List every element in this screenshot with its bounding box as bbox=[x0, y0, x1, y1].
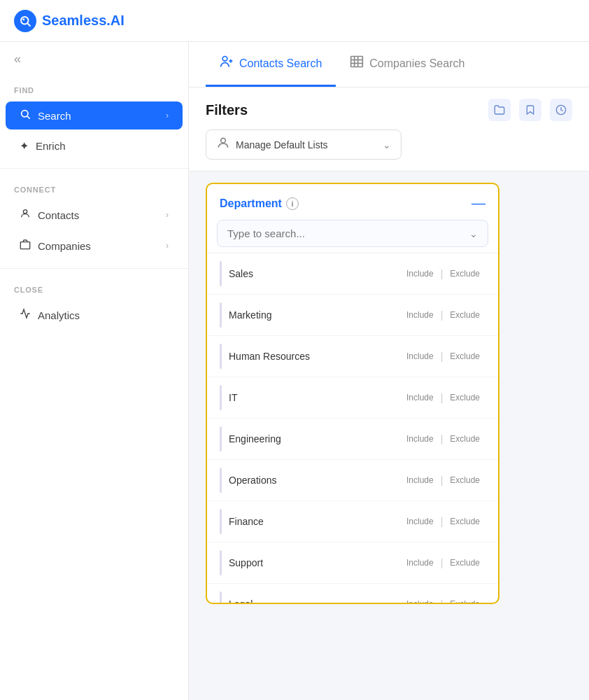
dept-include-button[interactable]: Include bbox=[401, 514, 439, 528]
manage-default-button[interactable]: Manage Default Lists ⌄ bbox=[206, 130, 402, 160]
manage-chevron-icon: ⌄ bbox=[383, 139, 391, 150]
dept-row: Operations Include | Exclude bbox=[207, 460, 498, 501]
tab-contacts[interactable]: Contacts Search bbox=[206, 42, 336, 87]
dept-exclude-button[interactable]: Exclude bbox=[444, 267, 485, 281]
logo-text: Seamless.AI bbox=[42, 13, 125, 29]
department-list: Sales Include | Exclude Marketing Includ… bbox=[207, 253, 498, 603]
sidebar: « FIND Search › ✦ Enrich CONNECT bbox=[0, 42, 189, 700]
filter-bookmark-button[interactable] bbox=[519, 99, 541, 121]
sidebar-item-companies[interactable]: Companies › bbox=[6, 232, 183, 260]
contacts-chevron-icon: › bbox=[166, 210, 169, 220]
dept-left-bar bbox=[220, 468, 222, 493]
dept-include-button[interactable]: Include bbox=[401, 432, 439, 446]
contacts-tab-label: Contacts Search bbox=[239, 57, 322, 70]
sidebar-item-search[interactable]: Search › bbox=[6, 102, 183, 130]
dept-include-button[interactable]: Include bbox=[401, 308, 439, 322]
dept-include-button[interactable]: Include bbox=[401, 349, 439, 363]
dept-divider: | bbox=[439, 516, 445, 527]
dept-row: Sales Include | Exclude bbox=[207, 253, 498, 295]
sidebar-item-enrich[interactable]: ✦ Enrich bbox=[6, 132, 183, 160]
companies-label: Companies bbox=[38, 240, 91, 252]
dept-name: IT bbox=[229, 392, 401, 403]
contacts-icon bbox=[20, 208, 31, 222]
dept-exclude-button[interactable]: Exclude bbox=[444, 432, 485, 446]
dept-divider: | bbox=[439, 598, 445, 603]
svg-line-4 bbox=[27, 116, 30, 119]
dept-actions: Include | Exclude bbox=[401, 556, 485, 570]
manage-default-label: Manage Default Lists bbox=[236, 139, 328, 150]
logo-icon bbox=[14, 10, 36, 32]
dept-include-button[interactable]: Include bbox=[401, 391, 439, 405]
analytics-icon bbox=[20, 308, 31, 322]
dept-include-button[interactable]: Include bbox=[401, 556, 439, 570]
dept-divider: | bbox=[439, 351, 445, 362]
dept-divider: | bbox=[439, 475, 445, 486]
svg-rect-8 bbox=[351, 57, 363, 67]
filter-icons bbox=[488, 99, 572, 121]
tabs-bar: Contacts Search Companies Search bbox=[189, 42, 589, 88]
dept-exclude-button[interactable]: Exclude bbox=[444, 556, 485, 570]
enrich-icon: ✦ bbox=[20, 139, 29, 153]
department-title-label: Department bbox=[220, 197, 282, 210]
dept-left-bar bbox=[220, 509, 222, 534]
department-header: Department i — bbox=[207, 184, 498, 220]
svg-point-5 bbox=[23, 210, 27, 214]
manage-default-icon bbox=[216, 136, 230, 153]
dept-actions: Include | Exclude bbox=[401, 308, 485, 322]
contacts-label: Contacts bbox=[38, 209, 79, 221]
dept-include-button[interactable]: Include bbox=[401, 473, 439, 487]
enrich-label: Enrich bbox=[36, 140, 66, 152]
dept-name: Finance bbox=[229, 516, 401, 527]
department-collapse-button[interactable]: — bbox=[471, 195, 485, 211]
department-panel: Department i — ⌄ Sales Include bbox=[206, 183, 499, 604]
companies-tab-icon bbox=[350, 55, 364, 72]
dept-actions: Include | Exclude bbox=[401, 432, 485, 446]
filter-clock-button[interactable] bbox=[550, 99, 572, 121]
dept-divider: | bbox=[439, 557, 445, 568]
dept-divider: | bbox=[439, 392, 445, 403]
svg-rect-6 bbox=[20, 242, 29, 249]
dept-exclude-button[interactable]: Exclude bbox=[444, 308, 485, 322]
dept-row: Support Include | Exclude bbox=[207, 542, 498, 584]
dept-row: Human Resources Include | Exclude bbox=[207, 336, 498, 377]
sidebar-collapse-button[interactable]: « bbox=[0, 42, 188, 76]
department-search-dropdown[interactable]: ⌄ bbox=[217, 220, 488, 247]
dept-name: Engineering bbox=[229, 433, 401, 444]
dept-row: Engineering Include | Exclude bbox=[207, 419, 498, 460]
dept-include-button[interactable]: Include bbox=[401, 267, 439, 281]
dept-name: Operations bbox=[229, 475, 401, 486]
dept-include-button[interactable]: Include bbox=[401, 597, 439, 603]
department-info-icon[interactable]: i bbox=[286, 197, 299, 210]
dept-left-bar bbox=[220, 302, 222, 328]
sidebar-item-analytics[interactable]: Analytics bbox=[6, 301, 183, 329]
dept-left-bar bbox=[220, 592, 222, 603]
department-title: Department i bbox=[220, 197, 299, 210]
dept-exclude-button[interactable]: Exclude bbox=[444, 597, 485, 603]
search-label: Search bbox=[38, 110, 71, 122]
dept-exclude-button[interactable]: Exclude bbox=[444, 349, 485, 363]
find-section-label: FIND bbox=[0, 76, 188, 100]
sidebar-item-contacts[interactable]: Contacts › bbox=[6, 201, 183, 229]
logo: Seamless.AI bbox=[14, 10, 125, 32]
dept-exclude-button[interactable]: Exclude bbox=[444, 473, 485, 487]
dept-divider: | bbox=[439, 433, 445, 444]
tab-companies[interactable]: Companies Search bbox=[336, 42, 478, 87]
dept-name: Marketing bbox=[229, 309, 401, 321]
analytics-label: Analytics bbox=[38, 309, 80, 321]
companies-tab-label: Companies Search bbox=[369, 57, 464, 70]
dept-name: Legal bbox=[229, 598, 401, 603]
dept-left-bar bbox=[220, 550, 222, 575]
dept-actions: Include | Exclude bbox=[401, 473, 485, 487]
dept-row: Marketing Include | Exclude bbox=[207, 295, 498, 336]
filter-area: Filters bbox=[189, 88, 589, 172]
department-search-input[interactable] bbox=[227, 227, 469, 239]
dept-name: Human Resources bbox=[229, 351, 401, 362]
filter-header: Filters bbox=[206, 99, 572, 121]
dept-exclude-button[interactable]: Exclude bbox=[444, 514, 485, 528]
svg-point-0 bbox=[21, 17, 29, 24]
filter-folder-button[interactable] bbox=[488, 99, 511, 121]
dept-exclude-button[interactable]: Exclude bbox=[444, 391, 485, 405]
companies-chevron-icon: › bbox=[166, 241, 169, 251]
dept-row: IT Include | Exclude bbox=[207, 377, 498, 419]
dept-actions: Include | Exclude bbox=[401, 391, 485, 405]
